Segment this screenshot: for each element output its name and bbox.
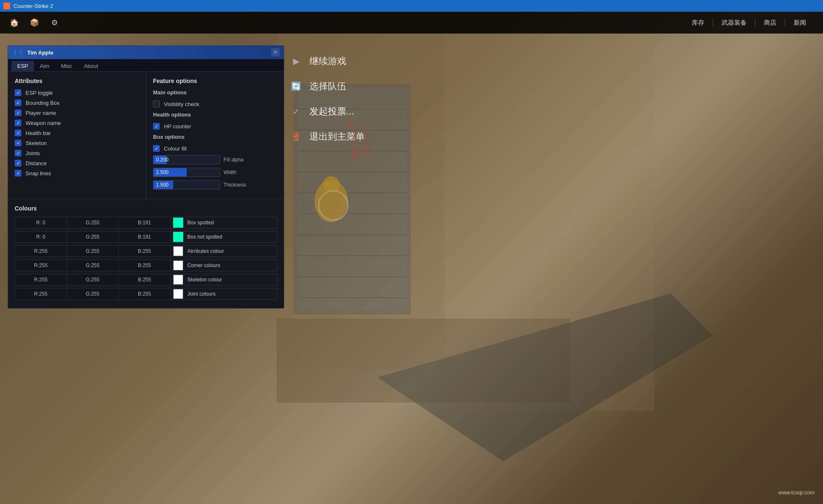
colour-b-5[interactable]: B:255 bbox=[119, 288, 171, 299]
checkbox-joints[interactable] bbox=[15, 150, 21, 156]
tab-about[interactable]: About bbox=[78, 61, 104, 71]
feature-visibility-check[interactable]: Visibility check bbox=[153, 101, 277, 107]
menu-continue[interactable]: ▶ 继续游戏 bbox=[281, 50, 398, 72]
colour-b-4[interactable]: B:255 bbox=[119, 274, 171, 285]
attr-skeleton-label: Skeleton bbox=[26, 140, 47, 146]
checkbox-hp-counter[interactable] bbox=[153, 123, 160, 130]
feature-hp-counter[interactable]: HP counter bbox=[153, 123, 277, 130]
attr-bounding-box-label: Bounding Box bbox=[26, 100, 60, 106]
feature-colour-fill-label: Colour fill bbox=[164, 145, 187, 152]
colour-name-1: Box not spotted bbox=[186, 234, 277, 240]
colour-swatch-0[interactable] bbox=[173, 218, 183, 228]
attr-weapon-name-label: Weapon name bbox=[26, 120, 61, 126]
esp-panel-title: Tim Apple bbox=[27, 49, 53, 56]
colour-swatch-4[interactable] bbox=[173, 275, 183, 285]
slider-thickness-label: Thickness bbox=[223, 182, 246, 188]
colour-name-4: Skeleton colour bbox=[186, 277, 277, 283]
checkbox-player-name[interactable] bbox=[15, 109, 21, 116]
attr-distance[interactable]: Distance bbox=[15, 160, 139, 166]
colour-r-4[interactable]: R:255 bbox=[15, 274, 67, 285]
checkbox-skeleton[interactable] bbox=[15, 140, 21, 146]
slider-width-track[interactable]: 2.500 bbox=[153, 168, 220, 177]
colour-r-1[interactable]: R: 0 bbox=[15, 231, 67, 242]
colour-row-2: R:255 G:255 B:255 Atrributes colour bbox=[15, 245, 277, 257]
menu-exit-label: 退出到主菜单 bbox=[309, 130, 365, 143]
colour-g-3[interactable]: G:255 bbox=[67, 260, 119, 271]
window-title: Counter-Strike 2 bbox=[13, 3, 53, 9]
colour-g-0[interactable]: G:255 bbox=[67, 217, 119, 228]
colour-g-5[interactable]: G:255 bbox=[67, 288, 119, 299]
nav-weapons[interactable]: 武器装备 bbox=[713, 19, 755, 27]
main-options-title: Main options bbox=[153, 89, 277, 97]
nav-news[interactable]: 新闻 bbox=[785, 19, 815, 27]
tab-aim[interactable]: Aim bbox=[34, 61, 55, 71]
colour-b-1[interactable]: B:191 bbox=[119, 231, 171, 242]
nav-shop[interactable]: 商店 bbox=[755, 19, 785, 27]
slider-thickness-track[interactable]: 1.500 bbox=[153, 180, 220, 190]
feature-visibility-label: Visibility check bbox=[164, 101, 199, 107]
attr-bounding-box[interactable]: Bounding Box bbox=[15, 99, 139, 106]
checkbox-weapon-name[interactable] bbox=[15, 120, 21, 126]
nav-links: 库存 武器装备 商店 新闻 bbox=[683, 19, 815, 27]
attr-snap-lines[interactable]: Snap lines bbox=[15, 170, 139, 177]
settings-icon[interactable]: ⚙ bbox=[49, 17, 60, 29]
colour-row-3: R:255 G:255 B:255 Corner colours bbox=[15, 260, 277, 271]
colour-b-3[interactable]: B:255 bbox=[119, 260, 171, 271]
slider-fill-alpha: 0.200 Fill alpha bbox=[153, 155, 277, 164]
colour-row-5: R:255 G:255 B:255 Joint colours bbox=[15, 288, 277, 300]
colours-section: Colours R: 0 G:255 B:191 Box spotted R: … bbox=[8, 199, 284, 308]
colour-r-5[interactable]: R:255 bbox=[15, 288, 67, 299]
nav-inventory[interactable]: 库存 bbox=[683, 19, 713, 27]
colour-g-4[interactable]: G:255 bbox=[67, 274, 119, 285]
team-icon: 🔄 bbox=[289, 80, 303, 93]
menu-vote[interactable]: ✓ 发起投票... bbox=[281, 101, 398, 122]
esp-title-row: ⋮⋮ Tim Apple bbox=[12, 49, 53, 56]
attr-joints[interactable]: Joints bbox=[15, 150, 139, 156]
inventory-icon[interactable]: 📦 bbox=[29, 17, 40, 29]
colour-name-5: Joint colours bbox=[186, 291, 277, 297]
checkbox-health-bar[interactable] bbox=[15, 130, 21, 136]
feature-colour-fill[interactable]: Colour fill bbox=[153, 145, 277, 152]
colour-swatch-5[interactable] bbox=[173, 289, 183, 299]
attr-esp-toggle[interactable]: ESP toggle bbox=[15, 89, 139, 96]
slider-thickness: 1.500 Thickness bbox=[153, 180, 277, 190]
close-button[interactable]: × bbox=[271, 48, 280, 57]
colour-b-0[interactable]: B:191 bbox=[119, 217, 171, 228]
attr-health-bar-label: Health bar bbox=[26, 130, 51, 136]
checkbox-bounding-box[interactable] bbox=[15, 99, 21, 106]
checkbox-visibility[interactable] bbox=[153, 101, 160, 107]
attr-skeleton[interactable]: Skeleton bbox=[15, 140, 139, 146]
menu-exit[interactable]: 🚪 退出到主菜单 bbox=[281, 126, 398, 148]
colour-swatch-3[interactable] bbox=[173, 260, 183, 270]
attr-weapon-name[interactable]: Weapon name bbox=[15, 120, 139, 126]
colour-b-2[interactable]: B:255 bbox=[119, 246, 171, 257]
colour-r-3[interactable]: R:255 bbox=[15, 260, 67, 271]
slider-fill-alpha-track[interactable]: 0.200 bbox=[153, 155, 220, 164]
nav-icon-group: 🏠 📦 ⚙ bbox=[8, 17, 60, 29]
home-icon[interactable]: 🏠 bbox=[8, 17, 20, 29]
colour-name-2: Atrributes colour bbox=[186, 248, 277, 254]
watermark-text: www.tcsqr.com bbox=[778, 489, 815, 496]
attr-health-bar[interactable]: Health bar bbox=[15, 130, 139, 136]
attr-player-name-label: Player name bbox=[26, 110, 56, 116]
colour-g-2[interactable]: G:255 bbox=[67, 246, 119, 257]
checkbox-snap-lines[interactable] bbox=[15, 170, 21, 177]
app-icon bbox=[3, 3, 10, 9]
esp-panel-header[interactable]: ⋮⋮ Tim Apple × bbox=[8, 46, 284, 59]
tab-esp[interactable]: ESP bbox=[11, 61, 34, 71]
colour-r-0[interactable]: R: 0 bbox=[15, 217, 67, 228]
tab-misc[interactable]: Misc bbox=[55, 61, 78, 71]
colour-swatch-2[interactable] bbox=[173, 246, 183, 256]
colour-r-2[interactable]: R:255 bbox=[15, 246, 67, 257]
checkbox-colour-fill[interactable] bbox=[153, 145, 160, 152]
menu-team[interactable]: 🔄 选择队伍 bbox=[281, 75, 398, 97]
feature-hp-label: HP counter bbox=[164, 123, 191, 130]
vote-icon: ✓ bbox=[289, 105, 303, 118]
attr-player-name[interactable]: Player name bbox=[15, 109, 139, 116]
checkbox-distance[interactable] bbox=[15, 160, 21, 166]
colour-g-1[interactable]: G:255 bbox=[67, 231, 119, 242]
attr-distance-label: Distance bbox=[26, 160, 47, 166]
colour-swatch-1[interactable] bbox=[173, 232, 183, 242]
slider-fill-alpha-value: 0.200 bbox=[153, 157, 169, 163]
checkbox-esp-toggle[interactable] bbox=[15, 89, 21, 96]
